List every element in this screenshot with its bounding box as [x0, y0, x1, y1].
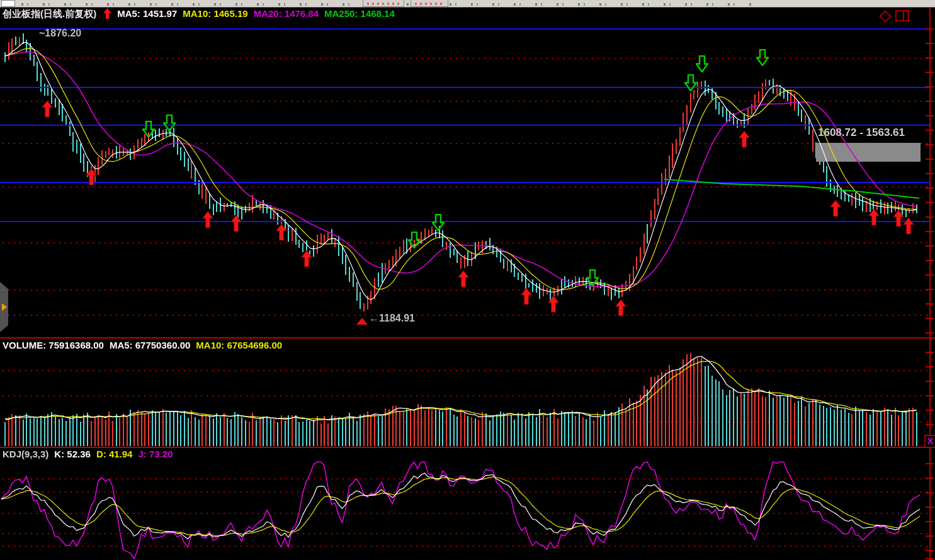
volume-ma5-value: MA5: 67750360.00: [110, 340, 190, 350]
buy-signal-arrow-icon: [548, 296, 559, 315]
sell-signal-arrow-icon: [696, 55, 708, 75]
toolbar-button-1[interactable]: [363, 0, 404, 7]
kdj-header: KDJ(9,3,3)K: 52.36D: 41.94J: 73.20: [3, 449, 179, 459]
volume-value: VOLUME: 75916368.00: [3, 340, 104, 350]
ma5-label: MA5: 1451.97: [117, 8, 177, 19]
low-marker-triangle-icon: [356, 318, 368, 325]
buy-signal-arrow-icon: [276, 224, 287, 244]
main-chart-header: 创业板指(日线.前复权)MA5: 1451.97MA10: 1465.19MA2…: [3, 8, 400, 21]
buy-signal-arrow-icon: [301, 250, 312, 270]
buy-signal-arrow-icon: [830, 200, 841, 220]
ma10-label: MA10: 1465.19: [183, 8, 247, 19]
trend-up-icon: [103, 8, 111, 21]
kdj-k-value: K: 52.36: [54, 449, 91, 459]
low-price-annotation: ←1184.91: [356, 313, 415, 324]
toolbar-input[interactable]: [1, 0, 15, 7]
sell-signal-arrow-icon: [684, 74, 697, 94]
kdj-d-value: D: 41.94: [96, 449, 133, 459]
range-tooltip-label: 1608.72 - 1563.61: [818, 126, 905, 139]
low-price-text: ←1184.91: [369, 313, 415, 323]
buy-signal-arrow-icon: [458, 271, 469, 290]
buy-signal-arrow-icon: [903, 218, 914, 237]
close-indicator-button[interactable]: X: [924, 435, 935, 448]
split-window-icon[interactable]: [895, 10, 909, 21]
sell-signal-arrow-icon: [408, 232, 421, 251]
sell-signal-arrow-icon: [163, 115, 176, 134]
top-menu-bar: [0, 0, 935, 8]
buy-signal-arrow-icon: [868, 209, 880, 228]
buy-signal-arrow-icon: [230, 215, 242, 235]
sell-signal-arrow-icon: [432, 214, 445, 233]
high-price-annotation: ~1876.20: [39, 28, 81, 39]
volume-header: VOLUME: 75916368.00MA5: 67750360.00MA10:…: [3, 340, 288, 350]
kdj-indicator-name: KDJ(9,3,3): [3, 449, 48, 459]
buy-signal-arrow-icon: [86, 169, 97, 188]
instrument-title: 创业板指(日线.前复权): [3, 8, 96, 19]
sell-signal-arrow-icon: [142, 121, 155, 140]
ma20-label: MA20: 1476.84: [254, 8, 319, 19]
buy-signal-arrow-icon: [202, 211, 213, 231]
buy-signal-arrow-icon: [42, 101, 53, 120]
buy-signal-arrow-icon: [739, 131, 750, 150]
buy-signal-arrow-icon: [615, 300, 626, 319]
toolbar-button-2[interactable]: [411, 0, 448, 7]
sidebar-expand-toggle[interactable]: [0, 282, 8, 332]
expand-arrow-icon: [2, 303, 7, 311]
sell-signal-arrow-icon: [756, 49, 769, 69]
kdj-j-value: J: 73.20: [138, 449, 173, 459]
sell-signal-arrow-icon: [586, 269, 599, 289]
volume-ma10-value: MA10: 67654696.00: [196, 340, 282, 350]
buy-signal-arrow-icon: [521, 288, 532, 308]
ma250-label: MA250: 1468.14: [324, 8, 395, 19]
